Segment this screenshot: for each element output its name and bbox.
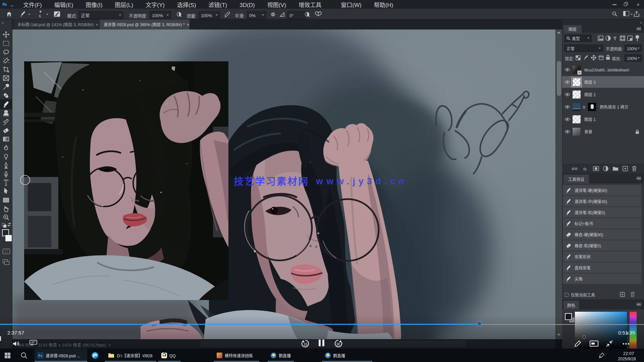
svg-text:www.jy3d.cn: www.jy3d.cn bbox=[316, 176, 408, 186]
svg-text:30: 30 bbox=[336, 343, 340, 346]
svg-text:10: 10 bbox=[304, 343, 308, 346]
svg-text:技艺学习素材网: 技艺学习素材网 bbox=[234, 174, 309, 188]
